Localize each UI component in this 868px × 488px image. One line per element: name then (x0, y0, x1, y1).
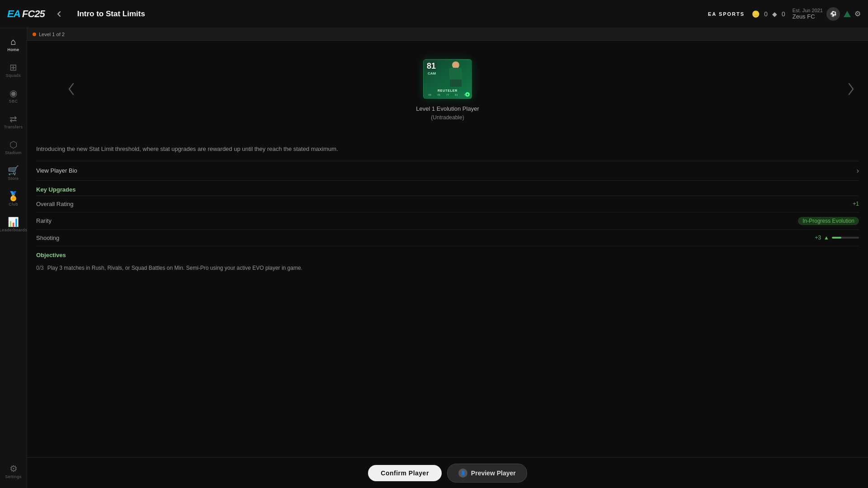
card-position: CAM (428, 71, 436, 75)
sidebar-label-transfers: Transfers (4, 125, 23, 129)
topbar-left: EA FC25 Intro to Stat Limits (7, 7, 145, 21)
stat-3: 77 (446, 94, 449, 96)
player-legs (450, 80, 462, 87)
sidebar-item-store[interactable]: 🛒 Store (0, 160, 27, 186)
progress-bar-fill (832, 237, 841, 239)
shooting-arrow-icon: ▲ (824, 235, 829, 241)
level-bar: Level 1 of 2 (27, 28, 868, 41)
objective-text: Play 3 matches in Rush, Rivals, or Squad… (47, 265, 302, 271)
sidebar-label-stadium: Stadium (5, 150, 22, 155)
sidebar-label-store: Store (8, 176, 19, 181)
preview-player-button[interactable]: 👤 Preview Player (447, 464, 527, 483)
level-text: Level 1 of 2 (39, 32, 65, 37)
card-bottom-icons: + (465, 92, 470, 97)
description-text: Introducing the new Stat Limit threshold… (36, 145, 859, 154)
sidebar-label-leaderboards: Leaderboards (0, 228, 27, 232)
transfers-icon: ⇄ (9, 114, 17, 123)
stat-name-rarity: Rarity (36, 217, 52, 224)
preview-player-icon: 👤 (458, 469, 467, 478)
points-icon: ◆ (772, 10, 777, 18)
sidebar-item-home[interactable]: ⌂ Home (0, 32, 27, 57)
confirm-player-button[interactable]: Confirm Player (368, 465, 442, 481)
chevron-right-icon: › (857, 167, 859, 175)
page-title: Intro to Stat Limits (77, 9, 145, 19)
player-card-section: 81 CAM Reuteler 65 78 77 (416, 59, 479, 122)
home-icon: ⌂ (10, 37, 16, 46)
club-sidebar-icon: 🏅 (8, 192, 19, 201)
view-player-bio-row[interactable]: View Player Bio › (36, 161, 859, 181)
sbc-icon: ◉ (9, 89, 17, 98)
overall-plus: +1 (853, 201, 859, 207)
sidebar-item-club[interactable]: 🏅 Club (0, 186, 27, 212)
objectives-row: 0/3 Play 3 matches in Rush, Rivals, or S… (36, 261, 859, 275)
stat-1: 65 (428, 94, 431, 96)
player-silhouette (444, 61, 467, 88)
sidebar-label-club: Club (9, 202, 18, 206)
fc25-logo: EA FC25 (7, 8, 45, 20)
rarity-badge: In-Progress Evolution (798, 217, 859, 225)
ea-sports-logo: EA SPORTS (708, 11, 745, 17)
sidebar-item-settings[interactable]: ⚙ Settings (0, 459, 27, 484)
stat-4: 81 (455, 94, 458, 96)
shooting-plus: +3 (815, 235, 821, 241)
card-stats-row: 65 78 77 81 77 (425, 94, 470, 96)
next-player-arrow[interactable] (847, 83, 854, 98)
objectives-header: Objectives (36, 246, 859, 261)
topbar-right: EA SPORTS 🪙 0 ◆ 0 Est. Jun 2021 Zeus FC … (708, 7, 861, 21)
coins-icon: 🪙 (752, 10, 760, 18)
stat-row-overall: Overall Rating +1 (36, 196, 859, 212)
level-badge: Level 1 of 2 (33, 32, 65, 37)
settings-sidebar-icon: ⚙ (9, 464, 18, 473)
club-established: Est. Jun 2021 (793, 8, 823, 13)
player-area: 81 CAM Reuteler 65 78 77 (36, 41, 859, 140)
top-icons: 🪙 0 ◆ 0 (752, 10, 785, 18)
sidebar-item-sbc[interactable]: ◉ SBC (0, 83, 27, 109)
stat-name-shooting: Shooting (36, 235, 59, 241)
stat-row-shooting: Shooting +3 ▲ (36, 230, 859, 246)
sidebar: ⌂ Home ⊞ Squads ◉ SBC ⇄ Transfers ⬡ Stad… (0, 28, 27, 488)
player-body (449, 68, 462, 80)
evo-icon: + (465, 92, 470, 97)
stat-value-rarity: In-Progress Evolution (798, 217, 859, 225)
card-sub-label: (Untradeable) (416, 113, 479, 122)
sidebar-item-transfers[interactable]: ⇄ Transfers (0, 109, 27, 135)
topbar: EA FC25 Intro to Stat Limits EA SPORTS 🪙… (0, 0, 868, 28)
squads-icon: ⊞ (9, 63, 17, 72)
sidebar-label-home: Home (7, 47, 19, 52)
card-player-area (440, 61, 469, 88)
sidebar-label-settings: Settings (5, 474, 22, 479)
club-name: Zeus FC (793, 13, 823, 20)
sidebar-label-sbc: SBC (9, 99, 18, 103)
points-value: 0 (782, 10, 785, 18)
card-main-label: Level 1 Evolution Player (416, 104, 479, 113)
sidebar-item-stadium[interactable]: ⬡ Stadium (0, 135, 27, 160)
key-upgrades-header: Key Upgrades (36, 181, 859, 196)
sidebar-item-leaderboards[interactable]: 📊 Leaderboards (0, 212, 27, 238)
prev-player-arrow[interactable] (68, 83, 75, 98)
club-icon: ⚽ (826, 7, 840, 21)
sidebar-label-squads: Squads (6, 73, 21, 78)
preview-player-label: Preview Player (471, 469, 516, 477)
stat-name-overall: Overall Rating (36, 201, 73, 207)
objective-counter: 0/3 (36, 265, 44, 271)
card-rating: 81 (427, 62, 436, 70)
sidebar-item-squads[interactable]: ⊞ Squads (0, 57, 27, 83)
back-button[interactable] (52, 7, 66, 21)
content-area: 81 CAM Reuteler 65 78 77 (27, 41, 868, 329)
card-player-name: Reuteler (424, 89, 472, 92)
club-info: Est. Jun 2021 Zeus FC ⚽ ⚙ (793, 7, 861, 21)
stat-value-overall: +1 (853, 201, 859, 207)
progress-bar (832, 237, 859, 239)
leaderboards-icon: 📊 (8, 217, 19, 226)
level-dot (33, 33, 36, 36)
settings-top-icon[interactable]: ⚙ (854, 9, 861, 18)
stat-2: 78 (437, 94, 440, 96)
store-icon: 🛒 (8, 166, 19, 175)
progress-bar-wrap (832, 237, 859, 239)
stadium-icon: ⬡ (9, 140, 17, 149)
coins-value: 0 (764, 10, 768, 18)
triangle-icon (844, 11, 851, 17)
main-content: Level 1 of 2 81 CAM (27, 28, 868, 488)
stat-row-rarity: Rarity In-Progress Evolution (36, 212, 859, 230)
bottom-bar: Confirm Player 👤 Preview Player (27, 457, 868, 488)
